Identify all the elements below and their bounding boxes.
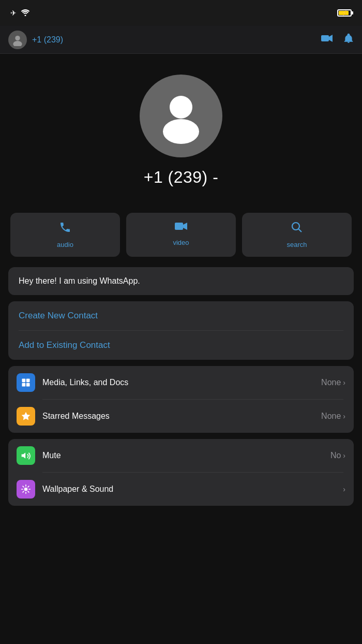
svg-rect-14 (26, 383, 30, 387)
video-icon (174, 221, 188, 235)
status-bar: ✈ ⚡ (0, 0, 362, 26)
profile-section: +1 (239) - (0, 54, 362, 202)
svg-point-6 (163, 119, 199, 144)
media-starred-card: Media, Links, and Docs None › Starred Me… (8, 366, 354, 433)
wallpaper-label: Wallpaper & Sound (42, 485, 334, 494)
phone-number: +1 (239) - (144, 168, 219, 187)
audio-label: audio (57, 241, 73, 248)
svg-line-10 (299, 229, 302, 232)
search-label: search (286, 241, 307, 248)
video-label: video (173, 239, 189, 246)
svg-point-9 (292, 223, 299, 230)
action-buttons: audio video search (0, 202, 362, 267)
nav-phone-number[interactable]: +1 (239) (32, 35, 63, 45)
video-call-icon[interactable] (321, 34, 333, 46)
svg-point-5 (170, 96, 192, 119)
svg-rect-7 (175, 223, 183, 230)
mute-right: No › (330, 451, 345, 460)
starred-messages-item[interactable]: Starred Messages None › (8, 400, 354, 433)
wallpaper-icon (17, 480, 35, 499)
status-icons-left: ✈ (10, 9, 30, 18)
svg-marker-8 (183, 223, 187, 230)
media-icon (17, 373, 35, 392)
svg-point-1 (15, 36, 20, 40)
media-label: Media, Links, and Docs (42, 378, 314, 387)
nav-bar: +1 (239) (0, 26, 362, 54)
search-icon (291, 221, 303, 237)
svg-marker-4 (329, 35, 333, 42)
wallpaper-sound-item[interactable]: Wallpaper & Sound › (8, 473, 354, 506)
contact-avatar (140, 75, 222, 157)
svg-rect-13 (22, 383, 26, 387)
contact-actions-card: Create New Contact Add to Existing Conta… (8, 301, 354, 360)
phone-icon (59, 221, 71, 237)
media-value: None (321, 378, 341, 387)
svg-rect-12 (26, 378, 30, 382)
media-right: None › (321, 378, 345, 387)
audio-call-button[interactable]: audio (10, 213, 120, 257)
search-button[interactable]: search (242, 213, 352, 257)
mute-value: No (330, 451, 341, 460)
svg-point-2 (13, 41, 22, 46)
bell-icon[interactable] (343, 33, 354, 47)
main-content: +1 (239) - audio video (0, 54, 362, 644)
status-message-text: Hey there! I am using WhatsApp. (8, 267, 354, 295)
nav-right (321, 33, 354, 47)
starred-value: None (321, 412, 341, 421)
starred-chevron: › (343, 412, 345, 420)
battery-icon: ⚡ (337, 9, 352, 17)
starred-right: None › (321, 412, 345, 421)
star-icon (17, 407, 35, 426)
svg-rect-11 (22, 378, 26, 382)
mute-chevron: › (343, 451, 345, 460)
wallpaper-chevron: › (343, 485, 345, 493)
svg-rect-3 (321, 35, 329, 41)
settings-card: Mute No › Wallpaper & Sound › (8, 439, 354, 506)
svg-marker-15 (22, 412, 31, 420)
add-to-contact-button[interactable]: Add to Existing Contact (8, 331, 354, 360)
media-chevron: › (343, 378, 345, 387)
mute-item[interactable]: Mute No › (8, 439, 354, 472)
media-links-docs-item[interactable]: Media, Links, and Docs None › (8, 366, 354, 399)
mute-icon (17, 446, 35, 465)
mute-label: Mute (42, 451, 323, 460)
svg-marker-16 (22, 452, 26, 459)
svg-point-0 (25, 14, 26, 16)
lightning-icon: ⚡ (342, 10, 348, 16)
create-contact-button[interactable]: Create New Contact (8, 301, 354, 330)
starred-label: Starred Messages (42, 412, 314, 421)
nav-avatar (8, 31, 27, 49)
wifi-icon (21, 9, 30, 18)
nav-left[interactable]: +1 (239) (8, 31, 63, 49)
status-message-card: Hey there! I am using WhatsApp. (8, 267, 354, 295)
status-icons-right: ⚡ (337, 9, 352, 17)
video-call-button[interactable]: video (126, 213, 236, 257)
svg-point-17 (24, 488, 28, 491)
wallpaper-right: › (341, 485, 345, 493)
airplane-icon: ✈ (10, 9, 17, 17)
